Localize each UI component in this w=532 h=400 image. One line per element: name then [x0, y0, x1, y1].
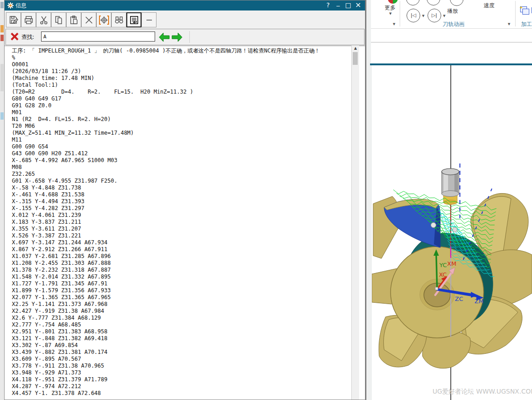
copy-button[interactable]	[51, 12, 66, 27]
axis-label-xc: XC	[439, 271, 447, 278]
info-window-titlebar[interactable]: 信息 ? _ □ ×	[5, 0, 365, 11]
paste-icon	[69, 15, 79, 25]
paste-button[interactable]	[66, 12, 81, 27]
layers-star-icon[interactable]	[522, 9, 529, 15]
step-back-button[interactable]	[406, 0, 420, 5]
cut-button[interactable]	[36, 12, 51, 27]
maximize-button[interactable]: □	[344, 1, 352, 9]
dash-icon	[144, 15, 154, 25]
chevron-down-icon[interactable]: ▼	[443, 14, 445, 18]
group-label-toolpath-animation: 刀轨动画	[443, 21, 464, 28]
more-button[interactable]: 更多	[385, 4, 396, 12]
binoculars-icon	[114, 15, 124, 25]
scrollbar-thumb[interactable]	[353, 52, 358, 65]
step-forward-button[interactable]	[427, 0, 440, 5]
watermark: UG爱好者论坛 WWW.UGSNX.COM	[433, 388, 532, 395]
find-label: 查找:	[21, 33, 34, 41]
locate-button[interactable]	[96, 12, 111, 27]
star-icon: ✦	[519, 5, 523, 10]
close-button[interactable]: ×	[354, 0, 362, 9]
endpoint-dot	[453, 227, 457, 232]
find-bar: 查找:	[5, 29, 365, 45]
nx-main-panel: 更多 ▼ ▼ |◁ ▼ ▷| ▼ 播放 速度 刀轨动画 ▼ ✦ 加工工	[368, 0, 532, 400]
info-toolbar	[5, 11, 365, 29]
print-icon	[24, 15, 34, 25]
print-button[interactable]	[21, 12, 36, 27]
pie-chart-icon[interactable]	[388, 0, 398, 4]
save-edit-button[interactable]	[6, 12, 21, 27]
top-border-bar	[371, 29, 532, 42]
scroll-up-arrow-icon[interactable]: ▲	[352, 46, 359, 50]
find-next-button[interactable]	[171, 32, 183, 42]
group-label-machining: 加工工	[521, 21, 532, 28]
collapse-button[interactable]	[141, 12, 156, 27]
skip-to-start-button[interactable]: |◁	[407, 9, 420, 22]
axis-label-yc: YC	[439, 262, 447, 268]
find-previous-button[interactable]	[158, 32, 170, 42]
skip-to-end-button[interactable]: ▷|	[428, 9, 441, 22]
close-find-icon[interactable]	[10, 32, 19, 41]
separator	[400, 1, 400, 26]
window-title: 信息	[16, 2, 26, 10]
chevron-down-icon[interactable]: ▼	[508, 22, 510, 26]
graphics-viewport[interactable]: YC XM XC ZC ZM UG爱好者论坛 WWW.UGSNX.COM	[372, 65, 532, 400]
wrap-log-button[interactable]	[126, 12, 141, 27]
gear-icon	[7, 2, 14, 9]
separator	[189, 31, 190, 43]
speed-button[interactable]: 速度	[484, 2, 495, 10]
axis-label-zc: ZC	[455, 295, 463, 302]
play-circle-button[interactable]	[450, 0, 464, 6]
axis-label-zm: ZM	[475, 298, 484, 305]
endpoint-dot	[431, 223, 436, 228]
minimize-button[interactable]: _	[334, 0, 342, 6]
cut-icon	[39, 15, 49, 25]
ribbon: 更多 ▼ ▼ |◁ ▼ ▷| ▼ 播放 速度 刀轨动画 ▼ ✦ 加工工	[371, 0, 532, 29]
save-edit-icon	[9, 15, 19, 25]
cutting-tool	[442, 168, 459, 205]
nc-output-area[interactable]: 工序: 「 IMPELLER_ROUGH_1 」 的刀轴( -0.0985004…	[5, 46, 365, 400]
delete-button[interactable]	[81, 12, 96, 27]
play-button[interactable]: 播放	[447, 7, 458, 15]
separator	[515, 1, 516, 26]
find-input[interactable]	[41, 32, 155, 42]
locate-icon	[99, 15, 110, 25]
secondary-bar	[371, 42, 532, 63]
copy-icon	[54, 15, 64, 25]
find-button[interactable]	[111, 12, 126, 27]
chevron-down-icon[interactable]: ▼	[389, 12, 391, 16]
help-button[interactable]: ?	[324, 1, 332, 9]
background-window-sliver	[0, 0, 4, 400]
axis-label-xm: XM	[447, 260, 456, 267]
vertical-scrollbar[interactable]: ▲	[351, 46, 359, 400]
nc-program-text: 工序: 「 IMPELLER_ROUGH_1 」 的刀轴( -0.0985004…	[5, 46, 365, 397]
wrap-log-icon	[129, 15, 139, 25]
chevron-down-icon[interactable]: ▼	[393, 22, 395, 26]
info-window: 信息 ? _ □ ×	[4, 0, 366, 400]
chevron-down-icon[interactable]: ▼	[422, 14, 424, 18]
delete-icon	[84, 15, 94, 25]
